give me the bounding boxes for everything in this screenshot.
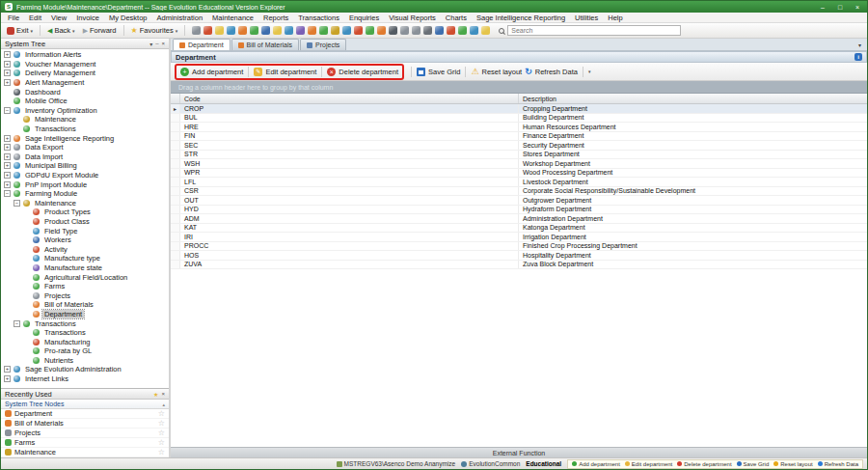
status-save-grid-button[interactable]: Save Grid [735,461,772,467]
expand-icon[interactable]: + [4,61,11,68]
tree-item-sage-intelligence-reporting[interactable]: +Sage Intelligence Reporting [1,133,169,143]
tree-item-sage-evolution-administration[interactable]: +Sage Evolution Administration [1,365,169,374]
notes-icon[interactable] [215,26,224,35]
collapse-icon[interactable]: − [14,320,20,327]
menu-utilities[interactable]: Utilities [570,14,603,22]
tab-list-chevron-icon[interactable]: ▾ [858,41,865,50]
tree-item-product-types[interactable]: Product Types [1,207,169,217]
expand-icon[interactable]: + [4,51,11,58]
tree-item-transactions[interactable]: Transactions [1,328,169,338]
orders-icon[interactable] [354,26,363,35]
tree-item-information-alerts[interactable]: +Information Alerts [1,50,169,60]
bank-icon[interactable] [285,26,293,35]
menu-file[interactable]: File [3,14,24,22]
search-input[interactable] [507,25,681,36]
tree-item-internet-links[interactable]: +Internet Links [1,374,169,384]
maximize-button[interactable]: □ [834,4,846,11]
status-reset-layout-button[interactable]: Reset layout [772,461,814,467]
status-refresh-data-button[interactable]: Refresh Data [816,461,860,467]
export-icon[interactable] [412,26,420,35]
delete-department-button[interactable]: × Delete department [327,68,398,76]
inventory-icon[interactable] [331,26,339,35]
menu-maintenance[interactable]: Maintenance [207,14,258,22]
collapse-icon[interactable]: − [4,190,11,197]
tab-projects[interactable]: Projects [300,39,346,50]
tree-item-data-import[interactable]: +Data Import [1,152,169,162]
grid-row-hos[interactable]: HOSHospitality Department [171,251,867,261]
tree-item-inventory-optimization[interactable]: −Inventory Optimization [1,106,169,116]
refresh-data-button[interactable]: ↻ Refresh Data [525,68,578,76]
add-department-button[interactable]: + Add department [180,68,243,76]
favourite-star-icon[interactable]: ☆ [158,410,165,418]
help-icon[interactable] [470,26,478,35]
tree-item-manufacture-state[interactable]: Manufacture state [1,263,169,273]
collapse-icon[interactable]: − [4,107,11,114]
back-chevron-icon[interactable]: ▾ [72,28,75,34]
grid-row-wsh[interactable]: WSHWorkshop Department [171,159,867,169]
tree-item-activity[interactable]: Activity [1,244,169,254]
back-button[interactable]: ◀ Back ▾ [44,25,78,36]
menu-help[interactable]: Help [603,14,627,22]
contacts-icon[interactable] [227,26,235,35]
grid-row-kat[interactable]: KATKatonga Department [171,224,867,234]
toolbar-options-chevron-icon[interactable]: ▾ [588,69,591,74]
tree-item-alert-management[interactable]: +Alert Management [1,78,169,88]
grid-row-zuva[interactable]: ZUVAZuva Block Department [171,261,867,270]
menu-invoice[interactable]: Invoice [71,14,104,22]
expand-icon[interactable]: + [4,79,11,86]
tab-department[interactable]: Department [173,39,231,50]
expand-icon[interactable]: + [4,144,11,151]
grid-row-csr[interactable]: CSRCorporate Social Responsibility/Susta… [171,187,867,197]
collapse-icon[interactable]: − [14,200,20,207]
tree-item-department[interactable]: Department [1,310,169,319]
tree-item-manufacturing[interactable]: Manufacturing [1,337,169,346]
menu-my-desktop[interactable]: My Desktop [104,14,152,22]
recent-item-maintenance[interactable]: Maintenance☆ [1,448,169,457]
status-delete-department-button[interactable]: Delete department [675,461,733,467]
grid-row-crop[interactable]: ▸CROPCropping Department [171,104,867,114]
settings-icon[interactable] [423,26,432,35]
favourites-button[interactable]: ★ Favourites ▾ [128,25,181,36]
grid-row-procc[interactable]: PROCCFinished Crop Processing Department [171,242,867,252]
tree-item-transactions[interactable]: Transactions [1,124,169,134]
menu-edit[interactable]: Edit [24,14,46,22]
jobs-icon[interactable] [366,26,374,35]
customers-icon[interactable] [308,26,316,35]
tree-item-transactions[interactable]: −Transactions [1,318,169,328]
menu-administration[interactable]: Administration [152,14,208,22]
grid-row-hre[interactable]: HREHuman Resources Department [171,123,867,132]
invoice-icon[interactable] [342,26,351,35]
panel-chevron-down-icon[interactable]: ▾ [149,41,152,47]
users-icon[interactable] [435,26,444,35]
menu-reports[interactable]: Reports [258,14,293,22]
exit-button[interactable]: Exit ▾ [4,25,36,36]
tree-item-mobile-office[interactable]: Mobile Office [1,97,169,106]
panel-help-icon[interactable]: i [854,53,862,61]
tree-item-delivery-management[interactable]: +Delivery Management [1,69,169,78]
expand-icon[interactable]: + [4,153,11,160]
recent-item-farms[interactable]: Farms☆ [1,438,169,448]
tree-item-bill-of-materials[interactable]: Bill of Materials [1,300,169,310]
minimize-button[interactable]: – [817,4,828,11]
edit-department-button[interactable]: ✎ Edit department [254,68,316,76]
grid-row-bul[interactable]: BULBuilding Department [171,114,867,124]
chart-icon[interactable] [261,26,270,35]
tree-item-gdpdu-export-module[interactable]: +GDPdU Export Module [1,171,169,180]
dashboard-icon[interactable] [389,26,397,35]
grid-row-fin[interactable]: FINFinance Department [171,132,867,142]
panel-close-icon[interactable]: × [161,391,165,397]
calendar-icon[interactable] [203,26,212,35]
currency-icon[interactable] [273,26,282,35]
save-grid-button[interactable]: Save Grid [417,68,460,76]
grid-group-panel[interactable]: Drag a column header here to group by th… [171,81,867,94]
ledger-icon[interactable] [296,26,305,35]
grid-row-lfl[interactable]: LFLLivestock Department [171,178,867,187]
grid-row-adm[interactable]: ADMAdministration Department [171,214,867,224]
tree-item-maintenance[interactable]: −Maintenance [1,199,169,208]
recent-item-projects[interactable]: Projects☆ [1,429,169,438]
menu-view[interactable]: View [46,14,71,22]
favourite-star-icon[interactable]: ☆ [158,429,165,437]
tab-bill-of-materials[interactable]: Bill of Materials [231,39,299,50]
favourite-star-icon[interactable]: ☆ [158,449,165,456]
expand-icon[interactable]: + [4,181,11,188]
